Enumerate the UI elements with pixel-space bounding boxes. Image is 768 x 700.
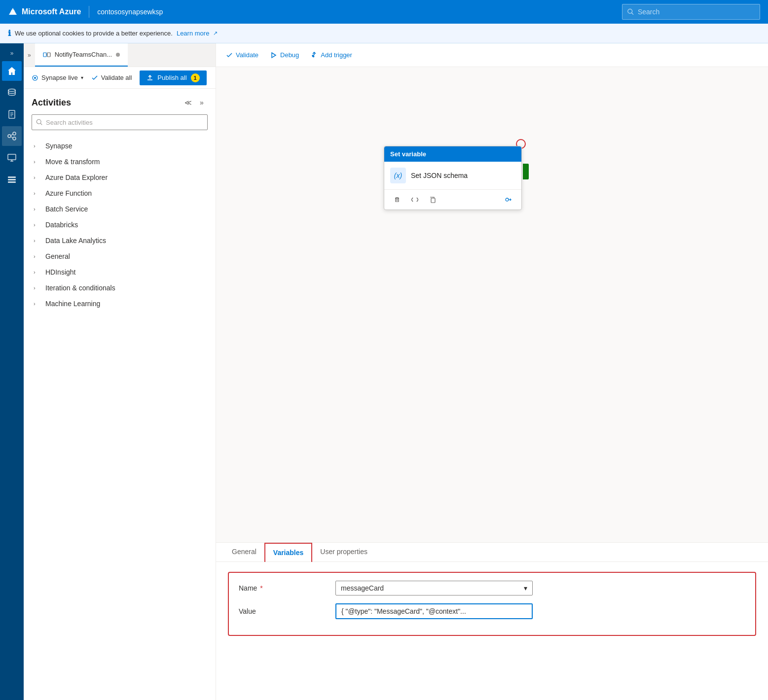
sidebar-expand-btn[interactable]: » (2, 47, 22, 59)
svg-rect-19 (8, 181, 16, 183)
code-activity-btn[interactable] (408, 193, 422, 207)
pipeline-node-header: Set variable (384, 146, 521, 162)
debug-btn[interactable]: Debug (270, 51, 299, 59)
chevron-right-icon: › (34, 143, 41, 149)
pipeline-node[interactable]: Set variable (x) Set JSON schema (384, 146, 522, 210)
value-row: Value (239, 603, 745, 619)
external-link-icon: ↗ (213, 30, 218, 36)
main-layout: » (0, 43, 768, 700)
tab-general[interactable]: General (224, 543, 264, 561)
global-search[interactable] (622, 4, 760, 20)
svg-rect-30 (431, 198, 435, 203)
sidebar-icons: » (0, 43, 24, 700)
chevron-down-icon: ▾ (81, 75, 83, 80)
delete-activity-btn[interactable] (390, 193, 404, 207)
name-select[interactable]: messageCard ▾ (335, 581, 533, 595)
activity-item-hdinsight[interactable]: › HDInsight (32, 264, 208, 280)
chevron-right-icon: › (34, 253, 41, 259)
tab-bar: » NotifiyTeamsChan... (24, 43, 216, 67)
activities-search-input[interactable] (46, 119, 203, 126)
sidebar-item-data[interactable] (2, 83, 22, 103)
svg-line-13 (11, 137, 13, 138)
trigger-icon (311, 52, 318, 59)
publish-icon (146, 74, 153, 81)
value-label: Value (239, 607, 328, 615)
value-input[interactable] (335, 603, 533, 619)
chevron-right-icon: › (34, 269, 41, 275)
synapse-icon (32, 74, 38, 81)
copy-icon (429, 196, 436, 203)
activity-item-move-transform[interactable]: › Move & transform (32, 154, 208, 170)
svg-line-3 (631, 13, 633, 15)
svg-rect-14 (8, 154, 16, 160)
activity-item-data-lake-analytics[interactable]: › Data Lake Analytics (32, 233, 208, 248)
pipeline-tab[interactable]: NotifiyTeamsChan... (35, 43, 128, 67)
activity-item-azure-data-explorer[interactable]: › Azure Data Explorer (32, 170, 208, 185)
activity-item-batch-service[interactable]: › Batch Service (32, 201, 208, 217)
success-connector (523, 164, 529, 179)
activities-panel: » NotifiyTeamsChan... Synapse live (24, 43, 216, 700)
expand-btn[interactable]: » (196, 97, 208, 108)
activity-item-databricks[interactable]: › Databricks (32, 217, 208, 233)
learn-more-link[interactable]: Learn more (177, 30, 209, 37)
chevron-right-icon: › (34, 206, 41, 212)
top-bar: Microsoft Azure contososynapsewksp (0, 0, 768, 24)
sidebar-item-integrate[interactable] (2, 126, 22, 146)
monitor-icon (7, 153, 17, 163)
connect-activity-btn[interactable] (502, 193, 515, 207)
required-indicator: * (260, 584, 262, 592)
svg-rect-17 (8, 176, 16, 178)
form-area: Name * messageCard ▾ Value (216, 562, 768, 646)
search-icon (627, 8, 634, 15)
sidebar-item-develop[interactable] (2, 105, 22, 124)
activities-title: Activities (32, 98, 71, 108)
bottom-panel: General Variables User properties Name *… (216, 542, 768, 700)
svg-point-24 (34, 77, 36, 79)
right-panel: Validate Debug Add trigger (216, 43, 768, 700)
synapse-bar: Synapse live ▾ Validate all Publish all … (24, 67, 216, 89)
activity-item-azure-function[interactable]: › Azure Function (32, 185, 208, 201)
add-trigger-btn[interactable]: Add trigger (311, 51, 352, 59)
copy-activity-btn[interactable] (426, 193, 439, 207)
svg-point-4 (8, 89, 15, 92)
svg-line-12 (11, 134, 13, 136)
synapse-env-btn[interactable]: Synapse live ▾ (32, 74, 83, 81)
activity-item-synapse[interactable]: › Synapse (32, 138, 208, 154)
chevron-right-icon: › (34, 301, 41, 307)
activities-controls: ≪ » (182, 97, 208, 108)
workspace-label: contososynapsewksp (97, 8, 163, 16)
collapse-btn[interactable]: ≪ (182, 97, 194, 108)
activity-item-general[interactable]: › General (32, 248, 208, 264)
sidebar-item-home[interactable] (2, 61, 22, 81)
activity-item-iteration[interactable]: › Iteration & conditionals (32, 280, 208, 296)
bottom-tabs: General Variables User properties (216, 543, 768, 562)
sidebar-item-monitor[interactable] (2, 148, 22, 168)
validate-btn[interactable]: Validate (226, 51, 258, 59)
publish-all-btn[interactable]: Publish all 1 (140, 70, 206, 85)
pipeline-node-variable-icon: (x) (390, 168, 406, 183)
tab-variables[interactable]: Variables (264, 543, 313, 562)
tab-expand-btn[interactable]: » (24, 43, 35, 67)
svg-point-11 (13, 137, 16, 140)
canvas-wrapper: Set variable (x) Set JSON schema (216, 67, 768, 700)
search-input[interactable] (638, 8, 755, 16)
delete-icon (394, 196, 401, 203)
svg-point-2 (628, 9, 632, 13)
name-label: Name * (239, 584, 328, 592)
cookie-banner: ℹ We use optional cookies to provide a b… (0, 24, 768, 43)
tab-label: NotifiyTeamsChan... (55, 51, 112, 58)
validate-all-btn[interactable]: Validate all (91, 74, 132, 81)
svg-line-26 (40, 123, 42, 125)
svg-marker-1 (10, 10, 16, 15)
manage-icon (7, 175, 17, 184)
tab-user-properties[interactable]: User properties (312, 543, 375, 561)
activities-search-box[interactable] (32, 114, 208, 130)
chevron-right-icon: › (34, 190, 41, 196)
code-icon (411, 196, 418, 203)
home-icon (7, 66, 17, 76)
activities-header: Activities ≪ » (32, 97, 208, 108)
activity-item-machine-learning[interactable]: › Machine Learning (32, 296, 208, 312)
svg-point-31 (506, 198, 509, 201)
sidebar-item-manage[interactable] (2, 170, 22, 189)
pipeline-node-name: Set JSON schema (411, 172, 468, 179)
